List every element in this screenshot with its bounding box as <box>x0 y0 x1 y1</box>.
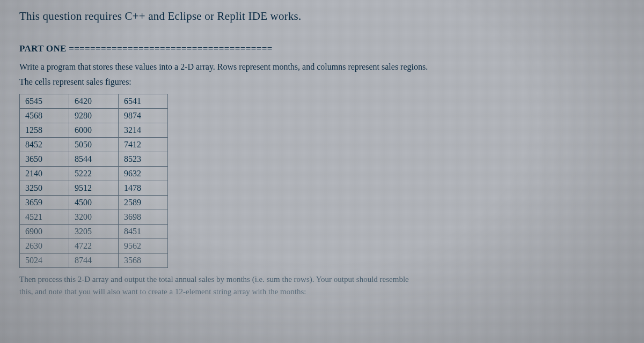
table-cell: 3698 <box>119 210 168 225</box>
table-cell: 9280 <box>69 109 119 123</box>
table-row: 3250 9512 1478 <box>20 181 168 196</box>
table-row: 4521 3200 3698 <box>20 210 168 225</box>
table-row: 6900 3205 8451 <box>20 225 168 239</box>
table-cell: 8451 <box>119 225 168 239</box>
table-cell: 8523 <box>119 152 168 167</box>
table-cell: 6420 <box>69 94 119 109</box>
table-row: 4568 9280 9874 <box>20 109 168 123</box>
table-row: 6545 6420 6541 <box>20 94 168 109</box>
table-cell: 3659 <box>20 196 69 210</box>
table-cell: 8452 <box>20 138 69 152</box>
table-cell: 7412 <box>119 138 168 152</box>
table-cell: 4568 <box>20 109 69 123</box>
instruction-line-2: The cells represent sales figures: <box>19 76 625 88</box>
part-one-heading: PART ONE ===============================… <box>19 43 625 54</box>
instruction-line-1: Write a program that stores these values… <box>19 61 625 73</box>
table-cell: 6541 <box>119 94 168 109</box>
table-cell: 4722 <box>69 239 119 253</box>
table-cell: 6545 <box>20 94 69 109</box>
table-row: 3659 4500 2589 <box>20 196 168 210</box>
table-row: 5024 8744 3568 <box>20 253 168 268</box>
table-row: 2140 5222 9632 <box>20 167 168 181</box>
table-cell: 3214 <box>119 123 168 138</box>
sales-table: 6545 6420 6541 4568 9280 9874 1258 6000 … <box>19 94 168 268</box>
table-cell: 9512 <box>69 181 119 196</box>
table-cell: 4521 <box>20 210 69 225</box>
table-cell: 1258 <box>20 123 69 138</box>
table-cell: 9874 <box>119 109 168 123</box>
table-cell: 2589 <box>119 196 168 210</box>
table-cell: 3250 <box>20 181 69 196</box>
table-cell: 5222 <box>69 167 119 181</box>
table-cell: 5024 <box>20 253 69 268</box>
table-row: 3650 8544 8523 <box>20 152 168 167</box>
table-row: 8452 5050 7412 <box>20 138 168 152</box>
table-cell: 4500 <box>69 196 119 210</box>
table-cell: 1478 <box>119 181 168 196</box>
table-cell: 9562 <box>119 239 168 253</box>
table-cell: 8544 <box>69 152 119 167</box>
table-cell: 3650 <box>20 152 69 167</box>
table-cell: 9632 <box>119 167 168 181</box>
table-cell: 3205 <box>69 225 119 239</box>
table-cell: 2630 <box>20 239 69 253</box>
table-cell: 5050 <box>69 138 119 152</box>
table-cell: 3568 <box>119 253 168 268</box>
footer-instruction-2: this, and note that you will also want t… <box>19 286 625 298</box>
table-cell: 6000 <box>69 123 119 138</box>
table-cell: 2140 <box>20 167 69 181</box>
table-cell: 6900 <box>20 225 69 239</box>
table-row: 2630 4722 9562 <box>20 239 168 253</box>
question-title: This question requires C++ and Eclipse o… <box>19 10 625 23</box>
table-cell: 8744 <box>69 253 119 268</box>
table-cell: 3200 <box>69 210 119 225</box>
footer-instruction-1: Then process this 2-D array and output t… <box>19 273 625 286</box>
table-row: 1258 6000 3214 <box>20 123 168 138</box>
